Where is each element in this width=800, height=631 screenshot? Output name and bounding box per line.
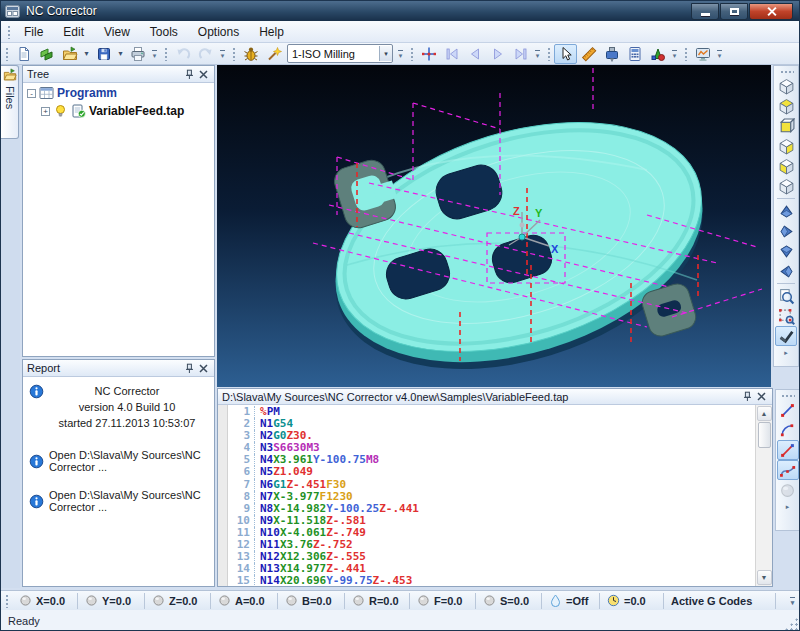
solids-view-button[interactable] (646, 44, 669, 64)
cube-iso-button[interactable] (775, 76, 797, 96)
code-editor[interactable]: 1%PM2N1G543N2G0Z30.4N3S6630M35N4X3.961Y-… (218, 405, 772, 586)
expand-expander[interactable]: + (41, 107, 50, 116)
save-floppy-button[interactable] (92, 44, 115, 64)
iso-view-2-button[interactable] (775, 221, 797, 241)
pin-button[interactable] (740, 390, 754, 403)
tool-setup-icon (604, 46, 620, 62)
tree-panel-header: Tree (23, 66, 214, 83)
zoom-window-button[interactable] (775, 306, 797, 326)
select-cursor-button[interactable] (554, 44, 577, 64)
nav-last-button[interactable] (509, 44, 532, 64)
close-button[interactable] (749, 3, 793, 20)
toolbar-overflow[interactable]: ▾ (532, 44, 543, 64)
menu-edit[interactable]: Edit (53, 22, 94, 42)
axes-crosshair-button[interactable] (417, 44, 440, 64)
toolbar-overflow[interactable]: ▾ (149, 44, 160, 64)
menu-file[interactable]: File (14, 22, 53, 42)
toolbar-overflow[interactable]: ▾ (669, 44, 680, 64)
iso-view-4-button[interactable] (775, 261, 797, 281)
minimize-button[interactable] (691, 3, 719, 20)
machine-select-combo[interactable]: 1-ISO Milling▾ (287, 44, 393, 63)
menu-help[interactable]: Help (249, 22, 294, 42)
draw-line-button[interactable] (777, 400, 799, 420)
menu-view[interactable]: View (94, 22, 140, 42)
cube-top-button[interactable] (775, 96, 797, 116)
cube-front-button[interactable] (775, 116, 797, 136)
open-folder-button[interactable] (58, 44, 81, 64)
line-number: 3 (228, 430, 255, 442)
files-tab[interactable]: Files (1, 65, 19, 139)
magic-wand-button[interactable] (262, 44, 285, 64)
cube-right-button[interactable] (775, 136, 797, 156)
edit-toolbar: ▸ (775, 389, 800, 531)
toolbar-overflow[interactable]: ▾ (217, 44, 228, 64)
draw-line-icon (779, 402, 796, 419)
pin-button[interactable] (182, 68, 196, 81)
toolbar-overflow[interactable]: ▾ (395, 44, 406, 64)
menu-tools[interactable]: Tools (140, 22, 188, 42)
calculator-button[interactable] (623, 44, 646, 64)
nav-first-button[interactable] (440, 44, 463, 64)
zoom-all-button[interactable] (775, 286, 797, 306)
toolbar-group-4: ▾ (406, 43, 543, 65)
status-label: Active G Codes (671, 595, 752, 607)
collapse-expander[interactable]: - (27, 89, 36, 98)
code-line[interactable]: 15N14X20.696Y-99.75Z-.453 (228, 575, 755, 586)
dropdown-arrow-open-folder[interactable]: ▾ (81, 44, 92, 64)
draw-arc-icon (779, 422, 796, 439)
toolbar-group-3: 1-ISO Milling▾▾ (228, 43, 406, 65)
toggle-line-button[interactable] (777, 440, 799, 460)
cube-bottom-button[interactable] (775, 176, 797, 196)
code-line[interactable]: 1%PM (228, 406, 755, 418)
cube-right-icon (778, 138, 795, 155)
dropdown-arrow-save-floppy[interactable]: ▾ (115, 44, 126, 64)
readybar: Ready (1, 610, 799, 631)
report-entry: Open D:\Slava\My Sources\NC Corrector ..… (23, 433, 214, 473)
iso-view-2-icon (778, 223, 795, 240)
iso-view-3-button[interactable] (775, 241, 797, 261)
cube-left-icon (778, 158, 795, 175)
statusbar-overflow[interactable]: ▾ (790, 597, 795, 605)
viewport-3d[interactable]: Z Y X (217, 65, 771, 387)
measure-ruler-button[interactable] (577, 44, 600, 64)
fit-check-button[interactable] (775, 326, 797, 346)
close-panel-button[interactable] (196, 362, 210, 375)
app-icon (5, 5, 20, 18)
close-panel-button[interactable] (196, 68, 210, 81)
resize-grip[interactable] (784, 617, 798, 631)
new-document-button[interactable] (12, 44, 35, 64)
status-label: B=0.0 (302, 595, 332, 607)
pin-button[interactable] (182, 362, 196, 375)
status-label: X=0.0 (36, 595, 65, 607)
scroll-thumb[interactable] (758, 422, 771, 448)
scroll-up-icon[interactable]: ▲ (757, 406, 772, 421)
view-toolbar-grip (779, 69, 794, 74)
code-scrollbar[interactable]: ▲ ▼ (755, 405, 772, 586)
line-number: 2 (228, 418, 255, 430)
nav-prev-button[interactable] (463, 44, 486, 64)
tree-item-variablefeed[interactable]: + VariableFeed.tap (23, 101, 214, 119)
statusbar-grip (4, 593, 9, 608)
toolbar-overflow[interactable]: ▾ (714, 44, 725, 64)
debug-bug-button[interactable] (239, 44, 262, 64)
backplot-screen-button[interactable] (691, 44, 714, 64)
draw-arc-button[interactable] (777, 420, 799, 440)
menu-options[interactable]: Options (188, 22, 249, 42)
scroll-down-icon[interactable]: ▼ (757, 570, 772, 585)
toolbar-group-5: ▾ (543, 43, 680, 65)
tool-setup-button[interactable] (600, 44, 623, 64)
edit-toolbar-overflow[interactable]: ▸ (786, 503, 790, 511)
tree-item-programm[interactable]: - Programm (23, 83, 214, 101)
toggle-polyline-button[interactable] (777, 460, 799, 480)
nav-next-button[interactable] (486, 44, 509, 64)
maximize-button[interactable] (720, 3, 748, 20)
status-b: B=0.0 (278, 593, 345, 609)
close-panel-button[interactable] (754, 390, 768, 403)
iso-view-1-button[interactable] (775, 201, 797, 221)
print-button[interactable] (126, 44, 149, 64)
cube-left-button[interactable] (775, 156, 797, 176)
iso-view-1-icon (778, 203, 795, 220)
app-window: NC Corrector FileEditViewToolsOptionsHel… (0, 0, 800, 631)
import-files-button[interactable] (35, 44, 58, 64)
view-toolbar-overflow[interactable]: ▸ (784, 349, 788, 357)
